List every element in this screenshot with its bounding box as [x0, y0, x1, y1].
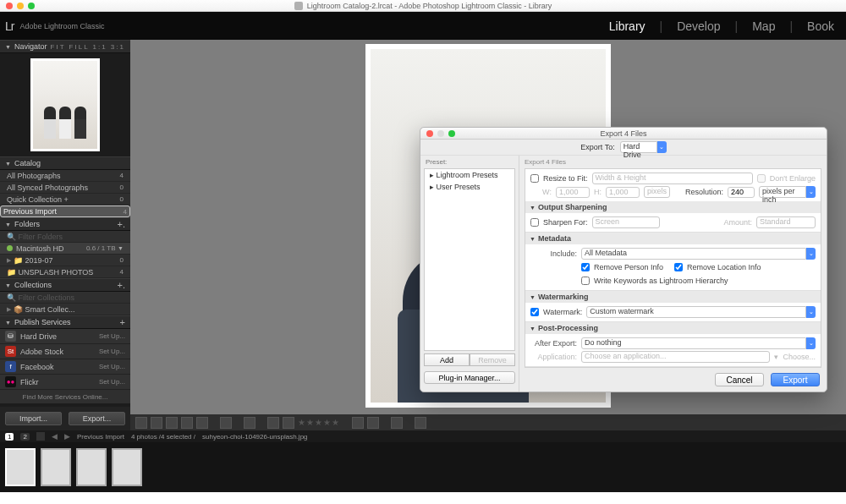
folder-item[interactable]: ▶📁 2019-070 — [0, 255, 130, 266]
width-input[interactable] — [556, 187, 590, 198]
window-title-text: Lightroom Catalog-2.lrcat - Adobe Photos… — [307, 2, 552, 10]
sharpen-for-select[interactable]: Screen — [592, 216, 660, 228]
preset-item[interactable]: ▸ User Presets — [425, 181, 514, 193]
section-postprocess[interactable]: ▼Post-Processing — [525, 322, 821, 334]
catalog-item-selected[interactable]: Previous Import4 — [0, 205, 130, 217]
filmstrip-thumb[interactable] — [41, 448, 71, 486]
screen-indicator-2[interactable]: 2 — [20, 433, 29, 441]
add-publish-icon[interactable]: + — [120, 318, 125, 327]
height-input[interactable] — [606, 187, 640, 198]
smart-collection-icon: 📦 — [14, 305, 23, 314]
module-library[interactable]: Library — [609, 19, 645, 33]
publish-setup[interactable]: Set Up... — [99, 332, 125, 340]
preset-add-button[interactable]: Add — [424, 353, 470, 366]
import-button[interactable]: Import... — [5, 412, 62, 425]
export-to-select[interactable]: Hard Drive ⌄ — [620, 141, 667, 153]
include-select[interactable]: All Metadata⌄ — [581, 248, 816, 260]
add-folder-icon[interactable]: +. — [118, 220, 125, 229]
survey-view-icon[interactable] — [181, 417, 193, 429]
harddrive-icon: ⛁ — [5, 331, 16, 342]
slideshow-icon[interactable] — [391, 417, 403, 429]
watermark-checkbox[interactable] — [530, 308, 539, 316]
publish-setup[interactable]: Set Up... — [99, 378, 125, 386]
catalog-header[interactable]: ▼ Catalog — [0, 156, 130, 170]
navigator-zoom-options[interactable]: FIT FILL 1:1 3:1 — [51, 43, 125, 51]
rotate-right-icon[interactable] — [367, 417, 379, 429]
people-view-icon[interactable] — [196, 417, 208, 429]
section-sharpening[interactable]: ▼Output Sharpening — [525, 201, 821, 213]
resize-fit-select[interactable]: Width & Height — [592, 173, 753, 184]
remove-location-checkbox[interactable] — [674, 263, 683, 271]
application-select: Choose an application... — [581, 351, 770, 363]
reject-icon[interactable] — [283, 417, 294, 429]
dont-enlarge-label: Don't Enlarge — [770, 174, 816, 183]
navigator-header[interactable]: ▼ Navigator FIT FILL 1:1 3:1 — [0, 40, 130, 53]
filmstrip-thumb[interactable] — [76, 448, 107, 486]
volume-row[interactable]: Macintosh HD0.6 / 1 TB ▼ — [0, 243, 130, 255]
module-develop[interactable]: Develop — [677, 19, 720, 33]
section-metadata[interactable]: ▼Metadata — [525, 233, 821, 244]
export-button[interactable]: Export... — [69, 412, 125, 425]
navigator-preview[interactable] — [0, 53, 130, 156]
publish-header[interactable]: ▼ Publish Services + — [0, 315, 130, 329]
sharpen-checkbox[interactable] — [530, 218, 539, 227]
module-map[interactable]: Map — [752, 19, 775, 33]
catalog-item[interactable]: Quick Collection +0 — [0, 194, 130, 205]
breadcrumb-source[interactable]: Previous Import — [77, 433, 124, 441]
module-book[interactable]: Book — [807, 19, 834, 33]
collection-item[interactable]: ▶📦 Smart Collec... — [0, 304, 130, 315]
catalog-item[interactable]: All Synced Photographs0 — [0, 182, 130, 194]
plugin-manager-button[interactable]: Plug-in Manager... — [424, 371, 515, 384]
publish-setup[interactable]: Set Up... — [99, 363, 125, 370]
publish-item[interactable]: ●●FlickrSet Up... — [0, 375, 130, 390]
rotate-left-icon[interactable] — [352, 417, 364, 429]
app-logo-text: Lr — [5, 19, 14, 33]
crop-tool-icon[interactable] — [415, 417, 426, 429]
after-export-select[interactable]: Do nothing⌄ — [581, 337, 816, 349]
back-icon[interactable]: ◀ — [52, 432, 58, 441]
collection-filter[interactable]: 🔍 Filter Collections — [0, 292, 130, 304]
publish-setup[interactable]: Set Up... — [99, 348, 125, 355]
resolution-input[interactable] — [728, 187, 755, 198]
filmstrip-thumb[interactable] — [5, 448, 36, 486]
grid-icon[interactable] — [36, 432, 45, 441]
preset-item[interactable]: ▸ Lightroom Presets — [425, 169, 514, 181]
folders-header[interactable]: ▼ Folders +. — [0, 217, 130, 231]
publish-item[interactable]: ⛁Hard DriveSet Up... — [0, 329, 130, 344]
folder-filter[interactable]: 🔍 Filter Folders — [0, 231, 130, 243]
sharpen-amount-select[interactable]: Standard — [756, 216, 816, 228]
catalog-item[interactable]: All Photographs4 — [0, 170, 130, 182]
collections-header[interactable]: ▼ Collections +. — [0, 278, 130, 292]
resolution-label: Resolution: — [685, 188, 723, 196]
cancel-button[interactable]: Cancel — [715, 373, 764, 386]
chevron-down-icon: ▼ — [530, 236, 536, 242]
find-services[interactable]: Find More Services Online... — [0, 390, 130, 403]
size-unit-select[interactable]: pixels — [644, 186, 670, 198]
filmstrip[interactable] — [0, 442, 846, 492]
forward-icon[interactable]: ▶ — [64, 432, 70, 441]
loupe-view-icon[interactable] — [151, 417, 162, 429]
screen-indicator-1[interactable]: 1 — [5, 433, 14, 441]
watermark-select[interactable]: Custom watermark⌄ — [586, 306, 816, 318]
sort-icon[interactable] — [244, 417, 255, 429]
export-confirm-button[interactable]: Export — [771, 373, 820, 386]
publish-item[interactable]: fFacebookSet Up... — [0, 359, 130, 375]
resize-checkbox[interactable] — [530, 174, 539, 183]
remove-person-checkbox[interactable] — [581, 263, 590, 271]
painter-icon[interactable] — [220, 417, 232, 429]
publish-label: Facebook — [20, 363, 54, 371]
write-keywords-checkbox[interactable] — [581, 277, 590, 285]
resolution-unit-select[interactable]: pixels per inch⌄ — [759, 186, 816, 198]
grid-view-icon[interactable] — [135, 417, 147, 429]
add-collection-icon[interactable]: +. — [118, 281, 125, 290]
preset-list[interactable]: ▸ Lightroom Presets ▸ User Presets — [424, 168, 515, 351]
filmstrip-thumb[interactable] — [112, 448, 142, 486]
flag-icon[interactable] — [267, 417, 279, 429]
toolbar: ★★★★★ — [130, 414, 846, 430]
section-watermark[interactable]: ▼Watermarking — [525, 291, 821, 303]
folder-item[interactable]: 📁 UNSPLASH PHOTOS4 — [0, 266, 130, 278]
publish-item[interactable]: StAdobe StockSet Up... — [0, 344, 130, 359]
compare-view-icon[interactable] — [166, 417, 178, 429]
rating-stars[interactable]: ★★★★★ — [298, 418, 340, 427]
settings-scroll[interactable]: Resize to Fit: Width & Height Don't Enla… — [525, 168, 821, 368]
